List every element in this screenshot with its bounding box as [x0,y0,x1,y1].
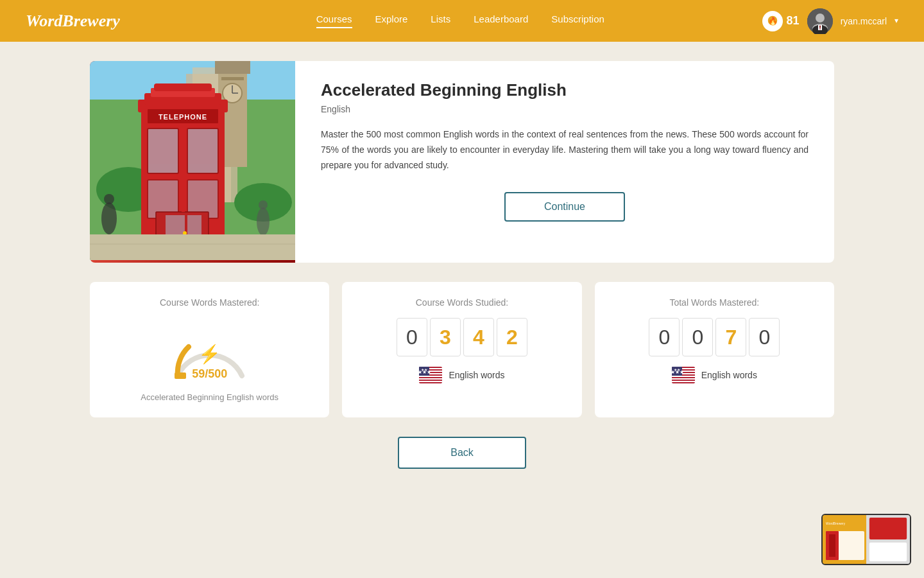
main-content: TELEPHONE [0,42,924,488]
continue-button[interactable]: Continue [504,192,625,222]
digit-2: 4 [463,318,494,356]
course-card: TELEPHONE [90,61,834,263]
total-mastered-flag-text: English words [701,370,757,380]
progress-score: 59/500 [192,367,227,380]
words-mastered-label: Course Words Mastered: [160,297,259,308]
nav-lists[interactable]: Lists [431,13,450,28]
svg-rect-43 [90,234,295,260]
digit-1: 3 [430,318,461,356]
svg-text:🔥: 🔥 [767,16,777,26]
thumb-left: WordBrewery [823,515,866,564]
svg-text:WordBrewery: WordBrewery [826,521,846,525]
words-studied-card: Course Words Studied: 0 3 4 2 [342,282,581,417]
svg-point-42 [259,200,268,209]
stats-row: Course Words Mastered: ⚡ 59/500 Accele [90,282,834,417]
avatar[interactable] [807,8,833,34]
words-studied-flag-label: ★★★ ★★ English words [419,367,504,383]
header: WordBrewery Courses Explore Lists Leader… [0,0,924,42]
words-studied-label: Course Words Studied: [416,297,508,308]
course-description: Master the 500 most common English words… [321,127,809,173]
total-digit-3: 0 [749,318,780,356]
nav-subscription[interactable]: Subscription [551,13,604,28]
words-mastered-card: Course Words Mastered: ⚡ 59/500 Accele [90,282,329,417]
digit-3: 2 [497,318,527,356]
total-mastered-counter: 0 0 7 0 [649,318,780,356]
course-language: English [321,104,809,114]
back-section: Back [90,437,834,469]
thumb-right [866,515,910,564]
svg-rect-60 [672,376,695,377]
us-flag-icon-2: ★★★ ★★ [672,367,695,383]
svg-rect-51 [419,378,442,380]
words-studied-counter: 0 3 4 2 [397,318,527,356]
points-number: 81 [787,14,800,28]
svg-rect-52 [419,381,442,382]
svg-rect-30 [187,128,218,173]
svg-rect-45 [175,372,186,379]
svg-text:★★: ★★ [674,368,680,372]
logo[interactable]: WordBrewery [26,12,120,31]
us-flag-icon: ★★★ ★★ [419,367,442,383]
words-mastered-sublabel: Accelerated Beginning English words [141,392,278,402]
svg-point-41 [257,207,270,236]
header-right: 🔥 81 ryan.mccarl ▾ [762,8,898,34]
svg-rect-14 [215,61,250,74]
digit-0: 0 [397,318,427,356]
svg-rect-70 [829,534,835,557]
svg-point-39 [101,202,117,234]
dropdown-arrow-icon[interactable]: ▾ [894,16,898,26]
svg-rect-26 [154,83,212,91]
total-mastered-label: Total Words Mastered: [669,297,759,308]
total-mastered-card: Total Words Mastered: 0 0 7 0 ★★★ [595,282,834,417]
svg-rect-72 [869,518,907,539]
svg-rect-50 [419,376,442,377]
points-badge: 🔥 81 [762,11,800,31]
progress-circle-container: ⚡ 59/500 [168,318,252,382]
svg-rect-73 [869,543,907,561]
course-image: TELEPHONE [90,61,295,263]
words-studied-flag-text: English words [449,370,504,380]
svg-rect-15 [221,77,244,80]
svg-text:★★: ★★ [421,368,427,372]
flame-icon: 🔥 [762,11,783,31]
svg-point-3 [816,13,825,22]
svg-rect-61 [672,378,695,380]
svg-rect-62 [672,381,695,382]
thumbnail-preview: WordBrewery [821,514,911,565]
svg-rect-29 [148,128,178,173]
course-title: Accelerated Beginning English [321,80,809,100]
svg-text:TELEPHONE: TELEPHONE [158,113,207,121]
main-nav: Courses Explore Lists Leaderboard Subscr… [158,13,762,28]
total-digit-1: 0 [682,318,713,356]
svg-point-40 [104,194,114,204]
total-mastered-flag-label: ★★★ ★★ English words [672,367,757,383]
nav-leaderboard[interactable]: Leaderboard [474,13,528,28]
svg-rect-37 [182,128,185,212]
nav-courses[interactable]: Courses [316,13,352,28]
username-label: ryan.mccarl [841,16,887,26]
total-digit-0: 0 [649,318,680,356]
total-digit-2: 7 [715,318,746,356]
lightning-icon: ⚡ [198,344,221,365]
back-button[interactable]: Back [398,437,526,469]
course-info: Accelerated Beginning English English Ma… [295,61,834,263]
nav-explore[interactable]: Explore [375,13,408,28]
